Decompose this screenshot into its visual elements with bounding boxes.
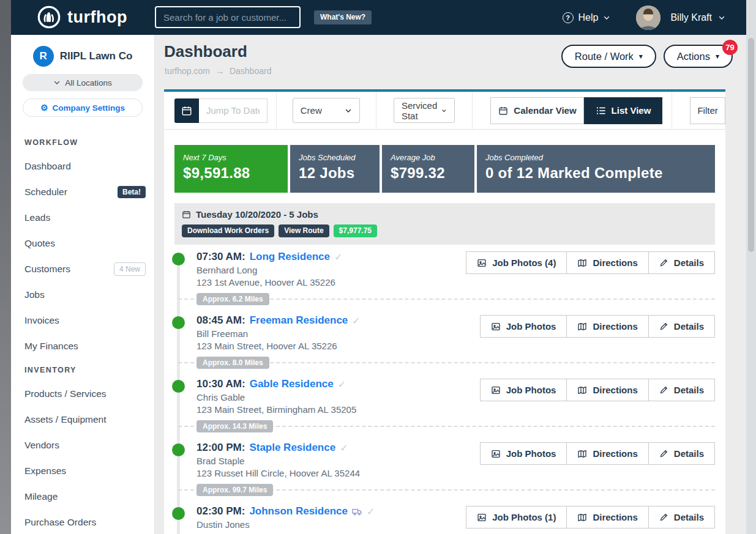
details-button[interactable]: Details [648, 442, 715, 465]
directions-button[interactable]: Directions [566, 506, 648, 528]
details-button[interactable]: Details [648, 506, 715, 528]
miles-badge: Approx. 99.7 Miles [196, 484, 273, 496]
user-menu[interactable]: Billy Kraft [670, 12, 725, 23]
calendar-view-button[interactable]: Calendar View [490, 97, 584, 124]
map-icon [577, 322, 587, 332]
directions-button[interactable]: Directions [566, 315, 648, 338]
job-name-link[interactable]: Gable Residence [250, 378, 334, 390]
sidebar-item-invoices[interactable]: Invoices [11, 308, 154, 333]
job-row: 07:30 AM: Long Residence ✓ Bernhard Long… [174, 251, 715, 314]
job-photos-button[interactable]: Job Photos [480, 379, 567, 401]
job-row: 10:30 AM: Gable Residence ✓ Chris Gable … [174, 378, 715, 442]
filter-button[interactable]: Filter [690, 97, 725, 124]
sidebar-item-badge: Beta! [118, 186, 146, 198]
sidebar-item-vendors[interactable]: Vendors [11, 432, 154, 458]
job-photos-button[interactable]: Job Photos (4) [466, 251, 567, 274]
whats-new-button[interactable]: What's New? [314, 10, 372, 24]
job-status-dot [172, 253, 185, 265]
details-button[interactable]: Details [648, 379, 715, 401]
pencil-icon [659, 322, 668, 331]
chevron-down-icon [345, 107, 352, 114]
sidebar-item-quotes[interactable]: Quotes [11, 231, 154, 256]
job-address: 123 Russet Hill Circle, Hoover AL 35244 [196, 468, 715, 478]
job-address: 123 Main Street, Hoover AL 35226 [196, 341, 715, 351]
image-icon [491, 322, 501, 332]
chevron-down-icon [718, 14, 725, 21]
breadcrumb-site[interactable]: turfhop.com [165, 66, 210, 76]
search-input[interactable] [155, 6, 301, 28]
sidebar-item-customers[interactable]: Customers 4 New [11, 256, 154, 282]
details-button[interactable]: Details [648, 315, 715, 338]
window-left-edge [0, 0, 11, 534]
sidebar-item-leads[interactable]: Leads [11, 205, 154, 231]
map-icon [577, 385, 587, 395]
sidebar-item-products-services[interactable]: Products / Services [11, 381, 154, 407]
map-icon [577, 449, 587, 459]
all-locations-dropdown[interactable]: All Locations [23, 74, 143, 91]
actions-dropdown[interactable]: Actions ▾ 79 [664, 45, 733, 68]
miles-badge: Approx. 6.2 Miles [196, 293, 269, 305]
pencil-icon [659, 258, 668, 267]
sidebar-item-assets-equipment[interactable]: Assets / Equipment [11, 407, 154, 432]
sidebar-item-scheduler[interactable]: Scheduler Beta! [11, 179, 154, 205]
map-icon [577, 513, 587, 522]
list-view-button[interactable]: List View [584, 97, 662, 124]
sidebar-item-purchase-orders[interactable]: Purchase Orders [11, 510, 154, 534]
check-icon: ✓ [338, 379, 346, 390]
details-button[interactable]: Details [648, 251, 715, 274]
crew-select[interactable]: Crew [293, 98, 360, 123]
jump-to-date-input[interactable] [199, 98, 268, 123]
route-work-dropdown[interactable]: Route / Work ▾ [561, 45, 656, 68]
caret-down-icon: ▾ [716, 53, 719, 60]
page-scrollbar[interactable] [746, 0, 756, 534]
list-icon [596, 106, 606, 116]
job-photos-button[interactable]: Job Photos [480, 315, 567, 338]
job-status-dot [172, 507, 185, 520]
chevron-down-icon [53, 79, 61, 86]
job-name-link[interactable]: Johnson Residence [249, 505, 348, 517]
download-work-orders-button[interactable]: Download Work Orders [182, 224, 274, 237]
stat-jobs-completed: Jobs Completed 0 of 12 Marked Complete [477, 145, 715, 193]
sidebar-item-my-finances[interactable]: My Finances [11, 333, 154, 359]
sidebar-item-jobs[interactable]: Jobs [11, 282, 154, 308]
sidebar-item-mileage[interactable]: Mileage [11, 484, 154, 510]
help-icon: ? [563, 12, 574, 23]
sidebar-item-dashboard[interactable]: Dashboard [11, 154, 154, 179]
serviced-status-select[interactable]: Serviced Stat [394, 98, 455, 123]
directions-button[interactable]: Directions [566, 251, 648, 274]
page-title: Dashboard [164, 42, 247, 61]
scrollbar-thumb[interactable] [748, 38, 754, 252]
avatar[interactable] [636, 6, 661, 30]
job-time: 10:30 AM: [196, 378, 245, 390]
day-header: Tuesday 10/20/2020 - 5 Jobs Download Wor… [174, 203, 715, 245]
image-icon [491, 385, 501, 395]
image-icon [477, 258, 487, 268]
brand: turfhop [37, 5, 127, 29]
job-time: 12:00 PM: [196, 442, 245, 454]
date-picker-button[interactable] [174, 98, 199, 123]
job-photos-button[interactable]: Job Photos (1) [466, 506, 567, 528]
job-time: 02:30 PM: [196, 505, 245, 517]
job-name-link[interactable]: Freeman Residence [250, 314, 348, 327]
job-name-link[interactable]: Staple Residence [249, 442, 335, 454]
jobs-list: 07:30 AM: Long Residence ✓ Bernhard Long… [174, 251, 715, 534]
stat-jobs-scheduled: Jobs Scheduled 12 Jobs [290, 145, 380, 193]
truck-icon [352, 506, 362, 517]
check-icon: ✓ [352, 315, 360, 327]
help-menu[interactable]: ? Help [563, 12, 611, 23]
check-icon: ✓ [340, 442, 348, 454]
directions-button[interactable]: Directions [566, 379, 648, 401]
day-title: Tuesday 10/20/2020 - 5 Jobs [196, 209, 318, 220]
job-photos-button[interactable]: Job Photos [480, 442, 567, 465]
actions-count-badge: 79 [722, 40, 738, 55]
map-icon [577, 258, 587, 268]
view-route-button[interactable]: View Route [279, 224, 329, 237]
company-name: RIIPL Lawn Co [60, 50, 133, 62]
job-name-link[interactable]: Long Residence [250, 251, 330, 263]
job-row: 08:45 AM: Freeman Residence ✓ Bill Freem… [174, 314, 715, 378]
directions-button[interactable]: Directions [566, 442, 648, 465]
company-settings-button[interactable]: ⚙ Company Settings [23, 98, 143, 117]
turfhop-grass-icon [37, 5, 61, 29]
breadcrumb: turfhop.com → Dashboard [165, 66, 271, 76]
sidebar-item-expenses[interactable]: Expenses [11, 458, 154, 484]
